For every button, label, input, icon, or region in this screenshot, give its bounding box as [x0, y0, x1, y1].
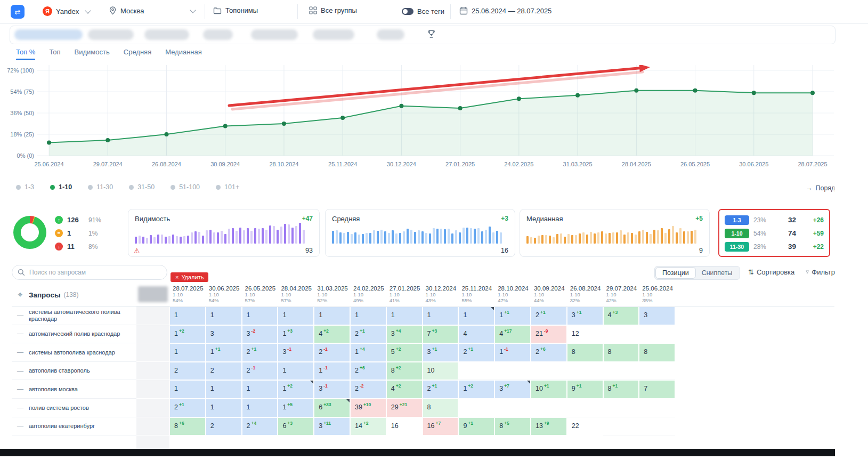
position-cell[interactable]: 8: [567, 343, 603, 362]
position-cell[interactable]: 8+6: [169, 417, 206, 436]
queries-column-header[interactable]: Запросы(138): [29, 283, 136, 306]
position-cell[interactable]: 39+10: [350, 399, 386, 417]
position-cell[interactable]: 16: [386, 417, 423, 436]
position-cell[interactable]: 1: [350, 306, 386, 325]
position-cell[interactable]: 4+2: [314, 325, 350, 344]
position-cell-empty[interactable]: [639, 362, 675, 381]
position-cell[interactable]: 12: [567, 325, 603, 344]
position-cell[interactable]: 2+1: [458, 343, 494, 362]
legend-item-11-30[interactable]: 11-30: [88, 183, 113, 191]
positions-line-chart[interactable]: [37, 65, 834, 161]
position-cell[interactable]: 4+2: [386, 380, 423, 399]
position-cell[interactable]: 1+4: [350, 343, 386, 362]
chart-tab-1[interactable]: Топ: [49, 48, 60, 60]
date-column-header[interactable]: 24.02.20251-1049%: [350, 283, 386, 306]
date-column-header[interactable]: 30.06.20251-1054%: [206, 283, 242, 306]
position-cell[interactable]: 10+1: [531, 380, 567, 399]
position-cell[interactable]: 1: [423, 306, 459, 325]
position-cell[interactable]: 1+2: [278, 380, 314, 399]
position-cell[interactable]: 1+2: [169, 325, 206, 344]
position-cell-empty[interactable]: [494, 362, 531, 381]
position-cell-empty[interactable]: [603, 362, 639, 381]
position-cell[interactable]: 3+11: [314, 417, 350, 436]
chart-tab-0[interactable]: Топ %: [16, 48, 35, 60]
position-cell[interactable]: 3+1: [567, 306, 603, 325]
goal-trophy-icon[interactable]: [427, 29, 436, 41]
position-cell[interactable]: 10: [423, 362, 459, 381]
position-cell[interactable]: 7+3: [423, 325, 459, 344]
position-cell[interactable]: 3+4: [386, 325, 423, 344]
position-cell[interactable]: 1+1: [494, 306, 531, 325]
position-cell[interactable]: 2+1: [350, 325, 386, 344]
position-cell[interactable]: 8+5: [494, 417, 531, 436]
position-cell[interactable]: 6+33: [314, 399, 350, 417]
query-cell[interactable]: системы автоматического полива краснодар: [29, 306, 136, 325]
date-column-header[interactable]: 26.08.20241-1032%: [567, 283, 603, 306]
filter-chip[interactable]: [144, 29, 189, 40]
date-column-header[interactable]: 28.10.20241-1047%: [494, 283, 531, 306]
position-cell[interactable]: 2+1: [531, 306, 567, 325]
filter-control[interactable]: Фильтр: [806, 268, 835, 276]
position-cell[interactable]: 16+7: [423, 417, 459, 436]
position-cell[interactable]: 1: [169, 380, 206, 399]
position-cell[interactable]: 1: [386, 306, 423, 325]
date-column-header[interactable]: 25.06.20241-1035%: [639, 283, 675, 306]
position-cell[interactable]: 2+4: [242, 417, 278, 436]
date-column-header[interactable]: 26.05.20251-1057%: [242, 283, 278, 306]
position-cell[interactable]: 21-9: [531, 325, 567, 344]
position-cell[interactable]: 1: [206, 306, 242, 325]
row-drag-handle[interactable]: —: [12, 417, 29, 436]
filter-chip[interactable]: [203, 29, 233, 40]
position-cell[interactable]: 2+6: [350, 362, 386, 381]
warning-icon[interactable]: ⚠: [134, 247, 140, 255]
sort-control[interactable]: ⇅ Сортировка: [748, 268, 794, 276]
position-cell[interactable]: 5+2: [386, 343, 423, 362]
position-cell[interactable]: 6+3: [278, 417, 314, 436]
row-drag-handle[interactable]: —: [12, 362, 29, 381]
date-column-header[interactable]: 30.12.20241-1043%: [423, 283, 459, 306]
project-selector[interactable]: Топонимы: [213, 6, 258, 14]
position-cell[interactable]: 2+1: [242, 343, 278, 362]
position-cell[interactable]: 2+6: [531, 343, 567, 362]
position-cell[interactable]: 1: [169, 306, 206, 325]
position-cell[interactable]: 8: [423, 399, 459, 417]
position-cell[interactable]: 7: [639, 380, 675, 399]
position-cell[interactable]: 1: [242, 399, 278, 417]
legend-item-101+[interactable]: 101+: [216, 183, 239, 191]
position-cell[interactable]: 2+1: [169, 399, 206, 417]
search-engine-selector[interactable]: Я Yandex: [43, 6, 90, 16]
search-input[interactable]: [28, 268, 153, 277]
position-cell-empty[interactable]: [531, 399, 567, 417]
position-cell[interactable]: 1-1: [314, 362, 350, 381]
row-drag-handle[interactable]: —: [12, 343, 29, 362]
tab-positions[interactable]: Позиции: [656, 268, 695, 278]
date-range-picker[interactable]: 25.06.2024 — 28.07.2025: [459, 6, 551, 15]
position-cell[interactable]: 1: [206, 380, 242, 399]
delete-button[interactable]: × Удалить: [171, 272, 208, 282]
position-cell[interactable]: 8+1: [603, 380, 639, 399]
position-cell[interactable]: 2-1: [242, 362, 278, 381]
position-cell[interactable]: 8+2: [386, 362, 423, 381]
position-cell[interactable]: 9+1: [458, 417, 494, 436]
position-cell[interactable]: 2-2: [350, 380, 386, 399]
chart-tab-4[interactable]: Медианная: [165, 48, 202, 60]
filter-chip[interactable]: [88, 29, 134, 40]
filter-chip[interactable]: [313, 29, 354, 40]
date-column-header[interactable]: 27.01.20251-1041%: [386, 283, 423, 306]
date-column-header[interactable]: 25.11.20241-1055%: [458, 283, 494, 306]
legend-item-51-100[interactable]: 51-100: [171, 183, 200, 191]
legend-item-1-10[interactable]: 1-10: [50, 183, 72, 191]
position-cell[interactable]: 14+2: [350, 417, 386, 436]
order-control[interactable]: → Порядок: [806, 184, 834, 192]
position-cell[interactable]: 1: [278, 362, 314, 381]
position-cell[interactable]: 2-1: [314, 343, 350, 362]
date-column-header[interactable]: 29.07.20241-1042%: [603, 283, 639, 306]
position-cell[interactable]: 3-1: [278, 343, 314, 362]
position-cell-empty[interactable]: [639, 325, 675, 344]
position-cell[interactable]: 3-2: [242, 325, 278, 344]
row-drag-handle[interactable]: —: [12, 325, 29, 344]
position-cell-empty[interactable]: [567, 399, 603, 417]
query-cell[interactable]: автополив москва: [29, 380, 136, 399]
query-cell[interactable]: системы автополива краснодар: [29, 343, 136, 362]
position-cell[interactable]: 3+7: [494, 380, 531, 399]
